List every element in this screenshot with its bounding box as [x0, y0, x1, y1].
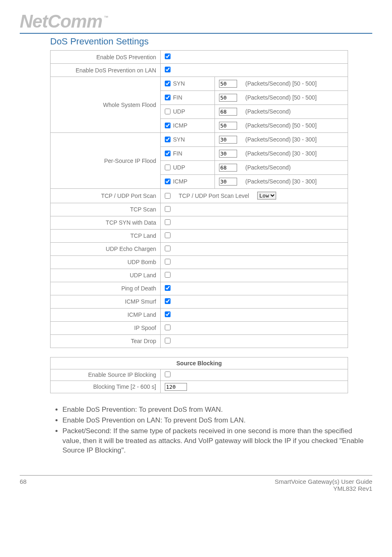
wf-icmp-input[interactable]	[219, 122, 237, 130]
wf-fin-checkbox[interactable]	[165, 95, 171, 100]
tear-drop-checkbox[interactable]	[165, 338, 171, 343]
wf-syn-label: SYN	[173, 80, 185, 87]
wf-syn-checkbox[interactable]	[165, 81, 171, 86]
portscan-checkbox[interactable]	[165, 193, 171, 199]
wf-icmp-unit: (Packets/Second) [50 - 500]	[245, 122, 317, 129]
ps-udp-input[interactable]	[219, 164, 237, 172]
wf-syn-input[interactable]	[219, 80, 237, 88]
enable-dos-lan-checkbox[interactable]	[165, 67, 171, 72]
tcp-scan-checkbox[interactable]	[165, 206, 171, 212]
wf-icmp-label: ICMP	[173, 122, 187, 129]
ps-icmp-input[interactable]	[219, 178, 237, 186]
row-label-whole-flood: Whole System Flood	[51, 77, 161, 133]
blocking-time-input[interactable]	[165, 383, 187, 391]
wf-fin-unit: (Packets/Second) [50 - 500]	[245, 94, 317, 101]
enable-dos-checkbox[interactable]	[165, 53, 171, 59]
ps-fin-label: FIN	[173, 150, 182, 157]
wf-udp-checkbox[interactable]	[165, 109, 171, 114]
ip-spoof-checkbox[interactable]	[165, 325, 171, 330]
brand-logo: NetComm	[20, 12, 102, 30]
row-label-enable-dos-lan: Enable DoS Prevention on LAN	[51, 64, 161, 77]
wf-syn-unit: (Packets/Second) [50 - 500]	[245, 80, 317, 87]
bullet-item: Enable DoS Prevention on LAN: To prevent…	[62, 415, 372, 425]
enable-source-blocking-checkbox[interactable]	[165, 371, 171, 377]
row-label-portscan: TCP / UDP Port Scan	[51, 189, 161, 203]
row-label-blocking-time: Blocking Time [2 - 600 s]	[51, 381, 161, 393]
row-label-udp-bomb: UDP Bomb	[51, 255, 161, 269]
portscan-level-label: TCP / UDP Port Scan Level	[179, 193, 249, 199]
ps-syn-unit: (Packets/Second) [30 - 300]	[245, 136, 317, 143]
section-title: DoS Prevention Settings	[50, 36, 372, 47]
wf-udp-label: UDP	[173, 108, 185, 115]
description-list: Enable DoS Prevention: To prevent DoS fr…	[50, 405, 372, 455]
udp-echo-checkbox[interactable]	[165, 246, 171, 251]
row-label-tcp-scan: TCP Scan	[51, 203, 161, 216]
wf-icmp-checkbox[interactable]	[165, 123, 171, 128]
row-label-per-source: Per-Source IP Flood	[51, 133, 161, 189]
row-label-icmp-land: ICMP Land	[51, 308, 161, 321]
ps-syn-input[interactable]	[219, 136, 237, 144]
footer-divider	[20, 475, 372, 476]
footer-revision: YML832 Rev1	[274, 485, 372, 492]
footer-guide-title: SmartVoice Gateway(s) User Guide	[274, 478, 372, 485]
tcp-land-checkbox[interactable]	[165, 232, 171, 238]
portscan-level-select[interactable]: Low	[257, 192, 276, 200]
ps-fin-input[interactable]	[219, 150, 237, 158]
ping-death-checkbox[interactable]	[165, 285, 171, 291]
ps-fin-unit: (Packets/Second) [30 - 300]	[245, 150, 317, 157]
ps-icmp-label: ICMP	[173, 178, 187, 185]
wf-fin-input[interactable]	[219, 94, 237, 102]
row-label-udp-land: UDP Land	[51, 269, 161, 282]
udp-land-checkbox[interactable]	[165, 272, 171, 278]
ps-icmp-unit: (Packets/Second) [30 - 300]	[245, 178, 317, 185]
dos-settings-table: Enable DoS Prevention Enable DoS Prevent…	[50, 50, 348, 348]
ps-udp-unit: (Packets/Second)	[245, 164, 291, 171]
icmp-land-checkbox[interactable]	[165, 311, 171, 317]
ps-syn-checkbox[interactable]	[165, 137, 171, 142]
wf-fin-label: FIN	[173, 94, 182, 101]
header-divider	[20, 33, 372, 34]
wf-udp-input[interactable]	[219, 108, 237, 116]
source-blocking-table: Source Blocking Enable Source IP Blockin…	[50, 357, 348, 393]
ps-icmp-checkbox[interactable]	[165, 179, 171, 184]
row-label-tcp-land: TCP Land	[51, 229, 161, 242]
row-label-ip-spoof: IP Spoof	[51, 321, 161, 334]
row-label-ping-death: Ping of Death	[51, 282, 161, 295]
row-label-tear-drop: Tear Drop	[51, 334, 161, 348]
row-label-udp-echo: UDP Echo Chargen	[51, 242, 161, 255]
row-label-enable-dos: Enable DoS Prevention	[51, 51, 161, 64]
tcp-syn-data-checkbox[interactable]	[165, 219, 171, 225]
bullet-item: Enable DoS Prevention: To prevent DoS fr…	[62, 405, 372, 414]
udp-bomb-checkbox[interactable]	[165, 259, 171, 265]
source-blocking-title: Source Blocking	[51, 357, 348, 369]
ps-udp-label: UDP	[173, 164, 185, 171]
row-label-icmp-smurf: ICMP Smurf	[51, 295, 161, 308]
ps-udp-checkbox[interactable]	[165, 165, 171, 170]
wf-udp-unit: (Packets/Second)	[245, 108, 291, 115]
ps-fin-checkbox[interactable]	[165, 151, 171, 156]
trademark-symbol: ™	[104, 15, 108, 20]
icmp-smurf-checkbox[interactable]	[165, 298, 171, 304]
ps-syn-label: SYN	[173, 136, 185, 143]
page-number: 68	[20, 478, 27, 492]
row-label-enable-source-blocking: Enable Source IP Blocking	[51, 369, 161, 381]
bullet-item: Packet/Second: If the same type of packe…	[62, 426, 372, 455]
row-label-tcp-syn-data: TCP SYN with Data	[51, 216, 161, 229]
